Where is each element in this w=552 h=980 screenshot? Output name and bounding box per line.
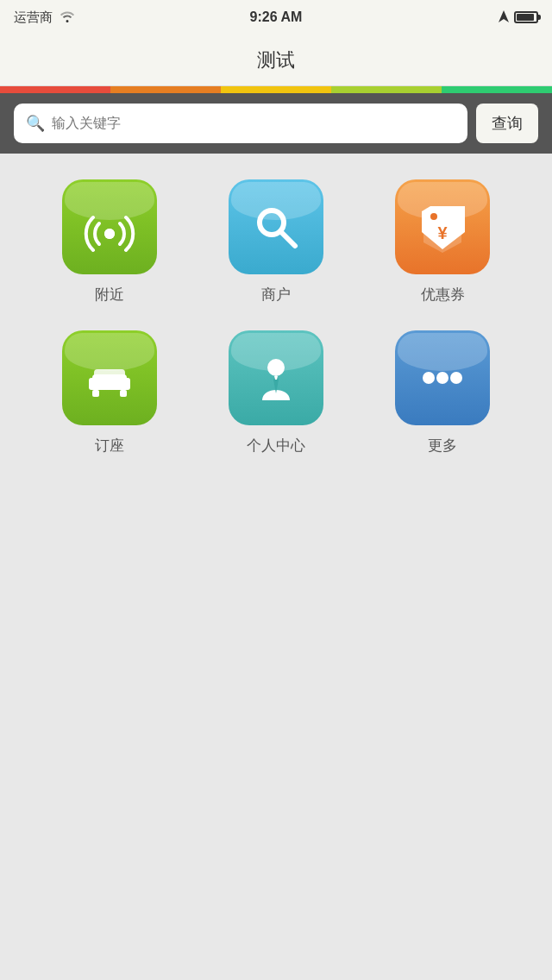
- search-button[interactable]: 查询: [476, 104, 538, 143]
- more-icon-box: [395, 330, 490, 425]
- more-label: 更多: [428, 436, 457, 455]
- main-content: 附近 商户 ¥: [0, 154, 552, 481]
- page-title: 测试: [257, 47, 295, 73]
- svg-rect-9: [94, 369, 125, 378]
- color-strip: [0, 86, 552, 93]
- grid-item-booking[interactable]: 订座: [34, 330, 184, 455]
- wifi-icon: [60, 10, 75, 25]
- broadcast-icon: [82, 199, 137, 254]
- svg-text:¥: ¥: [438, 223, 448, 242]
- svg-line-3: [280, 231, 295, 246]
- profile-label: 个人中心: [247, 436, 305, 455]
- status-bar: 运营商 9:26 AM: [0, 0, 552, 35]
- svg-point-15: [450, 372, 462, 384]
- strip-yellow: [221, 86, 331, 93]
- svg-point-4: [430, 213, 437, 220]
- strip-red: [0, 86, 110, 93]
- search-input[interactable]: [52, 116, 455, 131]
- strip-green2: [442, 86, 552, 93]
- search-icon: 🔍: [26, 114, 45, 133]
- grid-item-merchant[interactable]: 商户: [201, 179, 350, 305]
- grid-item-coupon[interactable]: ¥ 优惠券: [368, 179, 518, 305]
- sofa-icon: [82, 350, 137, 405]
- status-left: 运营商: [14, 9, 75, 26]
- coupon-label: 优惠券: [421, 285, 465, 305]
- title-bar: 测试: [0, 35, 552, 86]
- svg-point-1: [104, 229, 115, 239]
- grid-item-nearby[interactable]: 附近: [34, 179, 184, 305]
- merchant-icon-box: [229, 179, 323, 274]
- strip-orange: [110, 86, 221, 93]
- search-bar: 🔍 查询: [0, 93, 552, 154]
- more-icon: [415, 350, 470, 405]
- svg-point-13: [423, 372, 435, 384]
- nearby-label: 附近: [95, 285, 124, 305]
- merchant-label: 商户: [261, 285, 291, 305]
- location-icon: [499, 10, 509, 25]
- svg-point-12: [267, 359, 285, 376]
- grid-item-profile[interactable]: 个人中心: [201, 330, 350, 455]
- carrier-label: 运营商: [14, 9, 53, 26]
- status-time: 9:26 AM: [250, 9, 303, 25]
- search-input-wrapper[interactable]: 🔍: [14, 104, 467, 143]
- svg-point-14: [436, 372, 448, 384]
- battery-icon: [514, 11, 538, 23]
- coupon-icon: ¥: [415, 199, 470, 254]
- search-icon: [248, 199, 304, 254]
- svg-rect-10: [92, 390, 99, 397]
- svg-rect-8: [122, 378, 130, 390]
- booking-label: 订座: [95, 436, 124, 455]
- status-right: [499, 10, 538, 25]
- profile-icon-box: [229, 330, 323, 425]
- booking-icon-box: [62, 330, 157, 425]
- coupon-icon-box: ¥: [395, 179, 490, 274]
- svg-rect-7: [89, 378, 97, 390]
- svg-rect-11: [120, 390, 127, 397]
- strip-green1: [331, 86, 442, 93]
- nearby-icon-box: [62, 179, 157, 274]
- grid-item-more[interactable]: 更多: [368, 330, 518, 455]
- icon-grid: 附近 商户 ¥: [34, 179, 518, 455]
- person-icon: [248, 350, 304, 405]
